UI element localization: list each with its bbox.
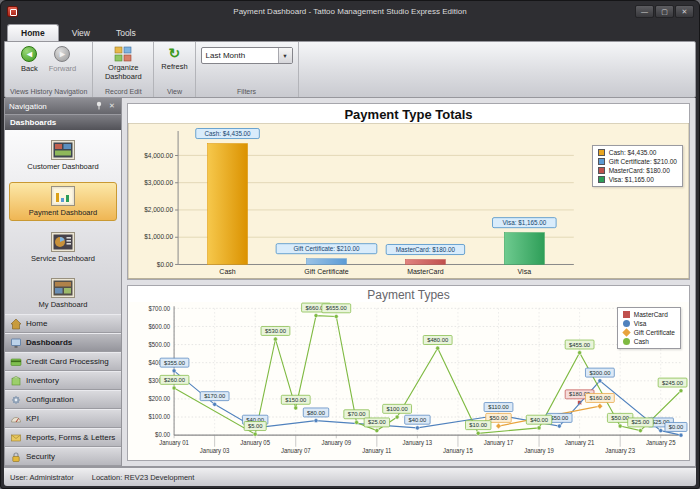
ribbon-group-filters: Last Month ▼ Filters	[196, 42, 299, 97]
sidebar-item-service-dashboard[interactable]: Service Dashboard	[9, 228, 117, 267]
nav-item-label: Home	[26, 319, 47, 328]
svg-text:January 25: January 25	[646, 438, 676, 445]
svg-text:$600.00: $600.00	[148, 322, 170, 329]
sidebar-item-reports-forms-letters[interactable]: Reports, Forms & Letters	[5, 428, 121, 447]
inventory-box-icon	[10, 375, 22, 387]
line-chart-area: $0.00$100.00$200.00$300.00$400.00$500.00…	[128, 302, 689, 461]
svg-text:$2,000.00: $2,000.00	[144, 206, 173, 213]
svg-text:January 17: January 17	[484, 438, 514, 445]
app-icon[interactable]	[7, 6, 18, 17]
sidebar-item-home[interactable]: Home	[5, 314, 121, 333]
legend-item: Visa	[623, 320, 675, 327]
svg-text:MasterCard: $180.00: MasterCard: $180.00	[396, 246, 456, 253]
chevron-down-icon[interactable]: ▼	[278, 48, 292, 63]
tab-view[interactable]: View	[59, 25, 103, 41]
svg-text:$50.00: $50.00	[611, 414, 629, 420]
title-bar[interactable]: Payment Dashboard - Tattoo Management St…	[4, 1, 696, 20]
content-area: Navigation ✕ Dashboards	[4, 98, 696, 467]
sidebar-item-dashboards[interactable]: Dashboards	[5, 333, 121, 352]
svg-text:Visa: $1,165.00: Visa: $1,165.00	[503, 219, 547, 226]
group-label-views-history: Views History Navigation	[10, 87, 87, 97]
svg-text:January 05: January 05	[240, 438, 270, 445]
svg-text:$170.00: $170.00	[204, 393, 226, 399]
group-label-record-edit: Record Edit	[98, 87, 148, 97]
ribbon: ◄ Back ► Forward Views History Navigatio…	[4, 41, 696, 98]
legend-item: Gift Certificate: $210.00	[598, 158, 677, 165]
organize-dashboard-button[interactable]: Organize Dashboard	[98, 45, 148, 82]
app-window: Payment Dashboard - Tattoo Management St…	[0, 0, 700, 489]
sidebar-item-customer-dashboard[interactable]: Customer Dashboard	[9, 136, 117, 175]
bar-chart-legend: Cash: $4,435.00Gift Certificate: $210.00…	[592, 145, 683, 187]
sidebar-item-label: My Dashboard	[39, 300, 88, 309]
sidebar-item-configuration[interactable]: Configuration	[5, 390, 121, 409]
svg-text:January 21: January 21	[565, 438, 595, 445]
group-label-view: View	[159, 87, 189, 97]
svg-text:$655.00: $655.00	[326, 305, 348, 311]
refresh-button[interactable]: ↻ Refresh	[159, 45, 189, 72]
svg-text:$150.00: $150.00	[285, 396, 307, 402]
bar-chart-area: $0.00$1,000.00$2,000.00$3,000.00$4,000.0…	[128, 123, 689, 279]
svg-text:Gift Certificate: $210.00: Gift Certificate: $210.00	[293, 245, 360, 252]
svg-text:$100.00: $100.00	[148, 413, 170, 420]
sidebar-item-kpi[interactable]: KPI	[5, 409, 121, 428]
dashboard-main: Payment Type Totals $0.00$1,000.00$2,000…	[122, 98, 695, 466]
filter-period-dropdown[interactable]: Last Month ▼	[201, 47, 293, 64]
svg-text:$160.00: $160.00	[589, 394, 611, 400]
envelope-icon	[10, 432, 22, 444]
line-chart-legend: MasterCardVisaGift CertificateCash	[617, 307, 681, 349]
sidebar-item-my-dashboard[interactable]: My Dashboard	[9, 274, 117, 313]
forward-button[interactable]: ► Forward	[47, 45, 79, 74]
svg-text:$10.00: $10.00	[469, 422, 487, 428]
svg-text:$40.00: $40.00	[409, 416, 427, 422]
back-button[interactable]: ◄ Back	[19, 45, 40, 74]
svg-text:$80.00: $80.00	[307, 409, 325, 415]
svg-text:$4,000.00: $4,000.00	[144, 152, 173, 159]
legend-item: Visa: $1,165.00	[598, 176, 677, 183]
svg-text:January 01: January 01	[159, 438, 189, 445]
refresh-label: Refresh	[161, 62, 187, 71]
pin-icon[interactable]	[94, 101, 104, 111]
svg-text:January 09: January 09	[321, 438, 351, 445]
svg-text:$480.00: $480.00	[427, 336, 449, 342]
sidebar-item-payment-dashboard[interactable]: Payment Dashboard	[9, 182, 117, 221]
ribbon-spacer	[299, 42, 695, 97]
svg-text:January 19: January 19	[524, 446, 554, 453]
svg-text:Gift Certificate: Gift Certificate	[304, 268, 348, 275]
legend-item: Cash: $4,435.00	[598, 149, 677, 156]
svg-text:Cash: Cash	[219, 268, 235, 275]
svg-text:$0.00: $0.00	[155, 431, 171, 438]
sidebar-item-label: Payment Dashboard	[29, 208, 97, 217]
minimize-button[interactable]: —	[635, 5, 654, 18]
close-panel-icon[interactable]: ✕	[107, 102, 117, 110]
group-label-filters: Filters	[201, 87, 293, 97]
sidebar-item-security[interactable]: Security	[5, 447, 121, 466]
filter-period-value: Last Month	[206, 51, 246, 60]
legend-marker	[623, 338, 630, 345]
tab-tools[interactable]: Tools	[103, 25, 149, 41]
svg-text:$700.00: $700.00	[148, 304, 170, 311]
svg-text:$260.00: $260.00	[164, 376, 186, 382]
gear-icon	[10, 394, 22, 406]
sidebar-item-credit-card-processing[interactable]: Credit Card Processing	[5, 352, 121, 371]
legend-swatch	[598, 176, 605, 183]
status-location: Location: REV23 Development	[92, 473, 195, 482]
window-title: Payment Dashboard - Tattoo Management St…	[4, 7, 696, 16]
svg-text:$455.00: $455.00	[569, 341, 591, 347]
dashboards-panel: Customer Dashboard Payment Dashboard	[5, 130, 121, 314]
svg-text:$25.00: $25.00	[632, 419, 650, 425]
maximize-button[interactable]: ▢	[655, 5, 674, 18]
legend-swatch	[598, 158, 605, 165]
svg-text:$355.00: $355.00	[164, 359, 186, 365]
sidebar-item-inventory[interactable]: Inventory	[5, 371, 121, 390]
status-bar: User: Administrator Location: REV23 Deve…	[4, 467, 696, 486]
gauge-icon	[10, 413, 22, 425]
lock-icon	[10, 451, 22, 463]
tab-home[interactable]: Home	[7, 24, 59, 41]
ribbon-group-views-history: ◄ Back ► Forward Views History Navigatio…	[5, 42, 93, 97]
navigation-sidebar: Navigation ✕ Dashboards	[5, 98, 122, 466]
close-button[interactable]: ✕	[675, 5, 694, 18]
payment-types-panel: Payment Types $0.00$100.00$200.00$300.00…	[127, 285, 690, 462]
sidebar-item-label: Service Dashboard	[31, 254, 95, 263]
ribbon-group-view: ↻ Refresh View	[154, 42, 195, 97]
dashboards-group-header[interactable]: Dashboards	[5, 114, 121, 130]
